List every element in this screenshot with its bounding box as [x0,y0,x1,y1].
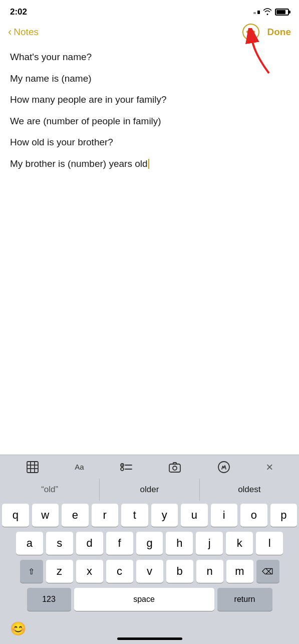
key-k[interactable]: k [226,532,253,555]
svg-point-7 [122,464,123,465]
predictive-item-1[interactable]: “old” [0,479,100,501]
more-options-button[interactable]: ••• [242,24,259,41]
wifi-icon [263,8,272,17]
note-content[interactable]: What's your name? My name is (name) How … [0,44,299,184]
camera-icon[interactable] [168,461,181,474]
key-y[interactable]: y [151,504,178,527]
numbers-key[interactable]: 123 [27,588,71,611]
close-icon[interactable]: × [266,460,273,474]
delete-key[interactable]: ⌫ [256,560,279,583]
key-c[interactable]: c [106,560,133,583]
svg-point-10 [121,468,124,471]
note-line-1: What's your name? [10,50,289,65]
markup-icon[interactable] [217,461,230,474]
predictive-text-bar: “old” older oldest [0,479,299,501]
signal-icon [253,11,260,14]
nav-right-controls: ••• Done [242,24,291,41]
home-indicator [117,637,182,640]
keyboard-bottom-bar: 😊 [0,618,299,644]
format-icon[interactable]: Aa [75,463,84,471]
keyboard-toolbar: Aa × [0,455,299,479]
key-o[interactable]: o [240,504,267,527]
return-key[interactable]: return [217,588,272,611]
keyboard-row-3: ⇧ z x c v b n m ⌫ [2,560,297,583]
svg-point-12 [173,466,177,470]
shift-key[interactable]: ⇧ [20,560,43,583]
predictive-item-2[interactable]: older [100,479,199,501]
done-button[interactable]: Done [267,27,291,38]
table-icon[interactable] [26,461,39,474]
key-a[interactable]: a [16,532,43,555]
status-icons [253,8,289,17]
nav-bar: ‹ Notes ••• Done [0,22,299,44]
status-time: 2:02 [10,7,27,17]
text-cursor [148,159,149,169]
note-line-2: My name is (name) [10,72,289,86]
key-r[interactable]: r [92,504,119,527]
predictive-item-3[interactable]: oldest [200,479,299,501]
note-line-3: How many people are in your family? [10,93,289,107]
battery-icon [275,9,289,16]
key-h[interactable]: h [166,532,193,555]
note-line-4: We are (number of people in family) [10,114,289,129]
key-t[interactable]: t [121,504,148,527]
key-d[interactable]: d [76,532,103,555]
ellipsis-icon: ••• [246,27,255,38]
back-button[interactable]: ‹ Notes [8,26,39,39]
key-n[interactable]: n [196,560,223,583]
emoji-button[interactable]: 😊 [10,621,26,636]
key-z[interactable]: z [46,560,73,583]
space-key[interactable]: space [74,588,214,611]
keyboard-row-2: a s d f g h j k l [2,532,297,555]
key-e[interactable]: e [62,504,89,527]
note-line-5: How old is your brother? [10,135,289,150]
note-line-6: My brother is (number) years old [10,157,289,171]
key-p[interactable]: p [270,504,297,527]
svg-rect-11 [169,464,180,472]
svg-rect-1 [27,462,38,473]
key-g[interactable]: g [136,532,163,555]
key-j[interactable]: j [196,532,223,555]
key-s[interactable]: s [46,532,73,555]
keyboard-row-1: q w e r t y u i o p [2,504,297,527]
back-chevron-icon: ‹ [8,26,12,39]
key-x[interactable]: x [76,560,103,583]
key-w[interactable]: w [32,504,59,527]
status-bar: 2:02 [0,0,299,22]
key-f[interactable]: f [106,532,133,555]
key-q[interactable]: q [2,504,29,527]
keyboard-area: Aa × “old” older [0,455,299,644]
keyboard-row-4: 123 space return [2,588,297,611]
key-m[interactable]: m [226,560,253,583]
back-label: Notes [14,27,39,38]
checklist-icon[interactable] [120,461,133,474]
key-b[interactable]: b [166,560,193,583]
key-l[interactable]: l [256,532,283,555]
key-i[interactable]: i [211,504,238,527]
key-u[interactable]: u [181,504,208,527]
key-v[interactable]: v [136,560,163,583]
keyboard: q w e r t y u i o p a s d f g h j k l ⇧ … [0,501,299,618]
